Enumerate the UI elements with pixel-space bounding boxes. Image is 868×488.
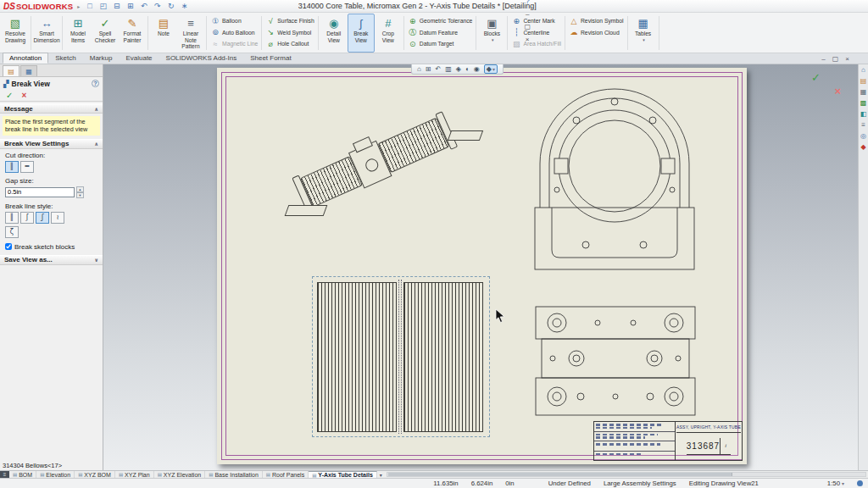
horizontal-scrollbar[interactable]	[387, 472, 866, 477]
tab-annotation[interactable]: Annotation	[3, 53, 48, 64]
design-library-icon[interactable]: ▤	[860, 78, 867, 85]
graphics-area[interactable]: ⌂ ⊞ ↶ ▥ ◈ ◐ ◉ ◆ ▾ ✓ ×	[103, 64, 858, 470]
tab-evaluate[interactable]: Evaluate	[119, 53, 159, 64]
gap-size-label: Gap size:	[0, 175, 103, 186]
tab-markup[interactable]: Markup	[83, 53, 120, 64]
file-explorer-icon[interactable]: ▦	[860, 89, 867, 96]
zoom-fit-icon[interactable]: ⌂	[417, 65, 421, 73]
break-style-4-button[interactable]: ≀	[51, 212, 64, 224]
view-palette-icon[interactable]: ▩	[860, 100, 867, 107]
area-hatch-fill-label: Area Hatch/Fill	[523, 41, 561, 47]
configuration-tab[interactable]: ▦	[20, 65, 37, 76]
zoom-area-icon[interactable]: ⊞	[426, 65, 431, 73]
sheet-tab-bom[interactable]: ▤ BOM	[9, 471, 36, 478]
horizontal-scrollbar-thumb[interactable]	[388, 473, 732, 476]
sheet-tab-elevation[interactable]: ▤ Elevation	[36, 471, 75, 478]
spell-checker-button[interactable]: ✓ Spell Checker	[92, 14, 119, 53]
save-view-section-header[interactable]: Save View as... ∨	[0, 255, 103, 265]
gap-size-input[interactable]	[5, 187, 75, 197]
new-icon[interactable]: □	[84, 2, 95, 10]
pm-help-icon[interactable]: ?	[92, 80, 99, 87]
note-button[interactable]: ▤ Note	[150, 14, 177, 53]
smart-dimension-button[interactable]: ↔ Smart Dimension	[33, 14, 60, 53]
confirm-ok-button[interactable]: ✓	[811, 71, 821, 84]
resolve-drawing-button[interactable]: ▧ Resolve Drawing	[2, 14, 29, 53]
save-icon[interactable]: ⊟	[111, 2, 122, 10]
status-tag-icon[interactable]	[857, 480, 863, 486]
break-sketch-blocks-checkbox[interactable]	[5, 243, 12, 250]
tab-sketch[interactable]: Sketch	[48, 53, 82, 64]
tab-solidworks-add-ins[interactable]: SOLIDWORKS Add-Ins	[159, 53, 244, 64]
sheet-tab-xyz-elevation[interactable]: ▤ XYZ Elevation	[154, 471, 206, 478]
drawing-view-bellows[interactable]	[312, 276, 490, 437]
sheet-tab-xyz-plan[interactable]: ▤ XYZ Plan	[115, 471, 154, 478]
sheet-tab-menu-icon[interactable]: ▾	[377, 471, 385, 478]
break-line-style-row1: ║ ∫ ʃ ≀	[0, 211, 103, 225]
magnetic-line-button[interactable]: ≈ Magnetic Line	[210, 38, 258, 50]
cut-horizontal-button[interactable]: ═	[20, 161, 34, 173]
redo-icon[interactable]: ↷	[152, 2, 163, 10]
cursor	[495, 308, 505, 324]
maximize-button[interactable]: ▢	[522, 23, 533, 30]
sheet-tab-nav-icon[interactable]: ≡	[0, 471, 9, 478]
messages-icon[interactable]: ◆	[860, 144, 865, 151]
open-icon[interactable]: ◰	[97, 2, 108, 10]
status-assembly-mode[interactable]: Large Assembly Settings	[604, 480, 676, 487]
pm-cancel-button[interactable]: ×	[21, 91, 26, 100]
doc-close-button[interactable]: ×	[845, 55, 849, 63]
section-view-icon[interactable]: ▥	[445, 65, 452, 73]
drawing-sheet[interactable]: ASSY, UPRIGHT, Y-AXIS TUBE 313687 i	[217, 68, 747, 464]
print-icon[interactable]: ⊞	[125, 2, 136, 10]
sheet-tab-base-installation[interactable]: ▤ Base Installation	[205, 471, 263, 478]
previous-view-icon[interactable]: ↶	[436, 65, 442, 73]
break-settings-section-header[interactable]: Break View Settings ∧	[0, 139, 103, 149]
view-settings-button[interactable]: ◆ ▾	[484, 64, 498, 74]
model-items-label: Model Items	[65, 30, 91, 43]
hide-show-items-icon[interactable]: ◉	[474, 65, 480, 73]
break-style-5-button[interactable]: ζ	[5, 226, 19, 238]
sheet-icon: ▤	[158, 472, 162, 477]
property-manager-tab[interactable]: ▤	[3, 65, 19, 76]
drawing-view-plates[interactable]	[534, 305, 697, 417]
spin-down-icon[interactable]: ▾	[76, 192, 84, 198]
cut-vertical-button[interactable]: ║	[5, 161, 19, 173]
tab-sheet-format[interactable]: Sheet Format	[243, 53, 298, 64]
undo-icon[interactable]: ↶	[138, 2, 149, 10]
break-style-2-button[interactable]: ∫	[20, 212, 34, 224]
drawing-view-upright[interactable]	[532, 79, 697, 272]
sheet-tab-y-axis-tube-details[interactable]: ▤ Y-Axis Tube Details	[309, 471, 377, 478]
status-definition-state: Under Defined	[548, 480, 591, 487]
message-section-header[interactable]: Message ∧	[0, 103, 103, 114]
spin-up-icon[interactable]: ▴	[76, 186, 84, 192]
status-bar: 11.635in 6.624in 0in Under Defined Large…	[0, 478, 868, 488]
doc-restore-button[interactable]: ▢	[832, 55, 839, 63]
menu-expand-icon[interactable]: ▸	[77, 3, 80, 9]
format-painter-button[interactable]: ✎ Format Painter	[119, 14, 146, 53]
display-style-icon[interactable]: ◐	[465, 65, 470, 73]
doc-minimize-button[interactable]: –	[821, 55, 825, 63]
sheet-scale-control[interactable]: 1:50 ▾	[827, 480, 844, 487]
options-icon[interactable]: ∗	[179, 2, 190, 10]
break-sketch-blocks-label: Break sketch blocks	[14, 243, 75, 251]
break-style-1-button[interactable]: ║	[5, 212, 19, 224]
sheet-tab-xyz-bom[interactable]: ▤ XYZ BOM	[75, 471, 115, 478]
custom-properties-icon[interactable]: ≡	[861, 122, 865, 129]
sheet-icon: ▤	[119, 472, 123, 477]
sheet-tab-roof-panels[interactable]: ▤ Roof Panels	[263, 471, 309, 478]
resources-icon[interactable]: ⌂	[861, 67, 865, 74]
minimize-button[interactable]: –	[522, 10, 533, 18]
pm-ok-button[interactable]: ✓	[6, 91, 13, 100]
forum-icon[interactable]: ◎	[860, 133, 866, 140]
area-hatch-fill-button[interactable]: ▨ Area Hatch/Fill	[511, 38, 561, 50]
rebuild-icon[interactable]: ↻	[165, 2, 176, 10]
gap-size-spinner: ▴ ▾	[76, 186, 84, 198]
view-settings-caret-icon: ▾	[492, 66, 495, 72]
smart-dimension-icon: ↔	[42, 16, 53, 30]
model-items-button[interactable]: ⊞ Model Items	[64, 14, 92, 53]
appearances-icon[interactable]: ◧	[860, 111, 867, 118]
confirm-cancel-button[interactable]: ×	[834, 85, 841, 97]
drawing-view-isometric[interactable]	[276, 92, 498, 254]
view-orientation-icon[interactable]: ◈	[456, 65, 461, 73]
message-header-label: Message	[4, 105, 33, 113]
break-style-3-button[interactable]: ʃ	[36, 212, 49, 224]
